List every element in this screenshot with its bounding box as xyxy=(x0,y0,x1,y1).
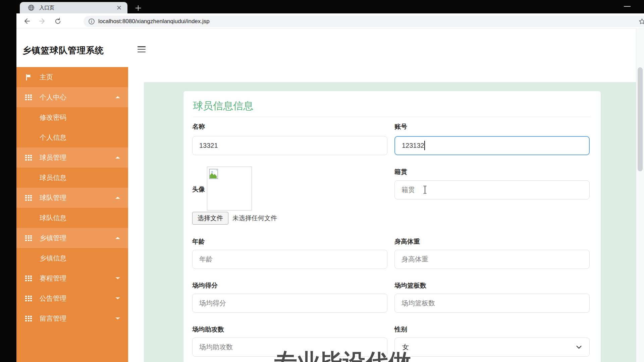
app-header: 乡镇篮球队管理系统 xyxy=(16,29,644,67)
name-label: 名称 xyxy=(192,122,205,131)
flag-icon xyxy=(25,74,32,80)
sidebar-item-change-password[interactable]: 修改密码 xyxy=(16,107,128,127)
text-caret xyxy=(424,141,425,150)
scrollbar-thumb[interactable] xyxy=(638,67,643,171)
browser-tab[interactable]: 入口页 xyxy=(20,2,127,13)
sidebar-item-message-management[interactable]: 留言管理 xyxy=(16,308,128,328)
sidebar-item-player-management[interactable]: 球员管理 xyxy=(16,147,128,168)
screen: 入口页 xyxy=(0,0,644,362)
new-tab-button[interactable] xyxy=(133,3,143,13)
page-scrollbar[interactable] xyxy=(636,29,644,362)
choose-file-button[interactable]: 选择文件 xyxy=(192,212,228,225)
sidebar-item-team-info[interactable]: 球队信息 xyxy=(16,208,128,228)
back-arrow-icon xyxy=(23,17,31,25)
chevron-up-icon xyxy=(115,157,120,159)
sidebar-item-personal-info[interactable]: 个人信息 xyxy=(16,127,128,147)
sidebar-item-township-info[interactable]: 乡镇信息 xyxy=(16,248,128,268)
avatar-label: 头像 xyxy=(192,185,205,194)
chevron-up-icon xyxy=(115,96,120,98)
birthplace-label: 籍贯 xyxy=(394,168,407,176)
sidebar-item-label: 主页 xyxy=(40,73,53,82)
gender-select-value: 女 xyxy=(402,343,576,352)
grid-icon xyxy=(25,315,32,322)
avg-rebounds-label: 场均篮板数 xyxy=(394,281,426,290)
hamburger-menu-icon[interactable] xyxy=(138,46,146,52)
grid-icon xyxy=(25,295,32,302)
height-weight-label: 身高体重 xyxy=(394,237,420,246)
player-info-card: 球员信息信息 名称 账号 头像 选择文件 未选择任何文件 籍贯 xyxy=(183,91,601,362)
grid-icon xyxy=(25,235,32,241)
tab-close-icon[interactable] xyxy=(116,5,122,11)
card-title: 球员信息信息 xyxy=(193,99,253,113)
account-input[interactable] xyxy=(394,136,590,155)
avg-rebounds-input[interactable] xyxy=(394,294,590,313)
sidebar-item-label: 球员管理 xyxy=(40,153,66,162)
avg-assists-label: 场均助攻数 xyxy=(192,325,224,334)
sidebar-item-label: 球队管理 xyxy=(40,193,66,202)
address-bar[interactable]: localhost:8080/xiangzhenlanqiudui/index.… xyxy=(84,16,644,27)
avg-points-label: 场均得分 xyxy=(192,281,218,290)
back-button[interactable] xyxy=(22,16,32,26)
sidebar-item-player-info[interactable]: 球员信息 xyxy=(16,168,128,188)
tab-title: 入口页 xyxy=(39,5,116,11)
window-minimize-button[interactable] xyxy=(624,6,631,7)
reload-button[interactable] xyxy=(53,16,63,26)
gender-label: 性别 xyxy=(394,325,407,334)
file-upload: 选择文件 未选择任何文件 xyxy=(192,212,277,225)
chevron-down-icon xyxy=(576,345,582,349)
birthplace-input-wrap xyxy=(394,180,590,199)
sidebar-item-label: 公告管理 xyxy=(40,294,66,303)
sidebar-item-label: 乡镇管理 xyxy=(40,234,66,243)
sidebar-item-label: 球员信息 xyxy=(40,173,66,182)
info-icon[interactable] xyxy=(88,18,95,25)
sidebar-item-label: 留言管理 xyxy=(40,314,66,323)
globe-icon xyxy=(28,4,35,11)
forward-arrow-icon xyxy=(38,17,46,25)
sidebar-item-label: 个人中心 xyxy=(40,93,66,102)
divider xyxy=(193,117,591,117)
sidebar-item-home[interactable]: 主页 xyxy=(16,67,128,87)
sidebar-item-township-management[interactable]: 乡镇管理 xyxy=(16,228,128,248)
url-text[interactable]: localhost:8080/xiangzhenlanqiudui/index.… xyxy=(98,18,638,25)
forward-button[interactable] xyxy=(37,16,47,26)
sidebar: 主页 个人中心 修改密码 个人信息 球员管理 球员信息 球队管理 球队信息 xyxy=(16,67,128,362)
sidebar-item-label: 赛程管理 xyxy=(40,274,66,283)
reload-icon xyxy=(54,17,62,25)
sidebar-item-label: 乡镇信息 xyxy=(40,254,66,263)
browser-tab-strip: 入口页 xyxy=(0,0,644,13)
watermark-text: 专业毕设代做 xyxy=(274,347,411,362)
age-input[interactable] xyxy=(192,250,387,269)
broken-image-icon xyxy=(209,169,219,180)
age-label: 年龄 xyxy=(192,237,205,246)
grid-icon xyxy=(25,275,32,282)
chevron-up-icon xyxy=(115,237,120,239)
avg-points-input[interactable] xyxy=(192,294,387,313)
sidebar-item-label: 个人信息 xyxy=(40,133,66,142)
sidebar-item-announcement-management[interactable]: 公告管理 xyxy=(16,288,128,308)
file-status-text: 未选择任何文件 xyxy=(232,214,277,223)
screen-edge xyxy=(0,0,16,362)
height-weight-input[interactable] xyxy=(394,250,590,269)
bookmark-star-icon[interactable] xyxy=(638,18,644,25)
grid-icon xyxy=(25,94,32,101)
sidebar-item-personal-center[interactable]: 个人中心 xyxy=(16,87,128,107)
name-input[interactable] xyxy=(192,136,387,155)
chevron-up-icon xyxy=(115,197,120,199)
avatar-preview xyxy=(207,167,252,210)
account-label: 账号 xyxy=(394,122,407,131)
chevron-down-icon xyxy=(115,277,120,279)
app-title: 乡镇篮球队管理系统 xyxy=(22,45,104,56)
ibeam-cursor xyxy=(423,185,427,194)
sidebar-item-label: 球队信息 xyxy=(40,214,66,223)
sidebar-item-label: 修改密码 xyxy=(40,113,66,122)
plus-icon xyxy=(135,5,142,11)
chevron-down-icon xyxy=(115,317,120,319)
account-input-wrap xyxy=(394,136,590,155)
grid-icon xyxy=(25,154,32,161)
browser-toolbar: localhost:8080/xiangzhenlanqiudui/index.… xyxy=(16,13,644,29)
sidebar-item-schedule-management[interactable]: 赛程管理 xyxy=(16,268,128,288)
grid-icon xyxy=(25,194,32,201)
sidebar-item-team-management[interactable]: 球队管理 xyxy=(16,188,128,208)
chevron-down-icon xyxy=(115,297,120,299)
gender-select[interactable]: 女 xyxy=(394,338,590,357)
